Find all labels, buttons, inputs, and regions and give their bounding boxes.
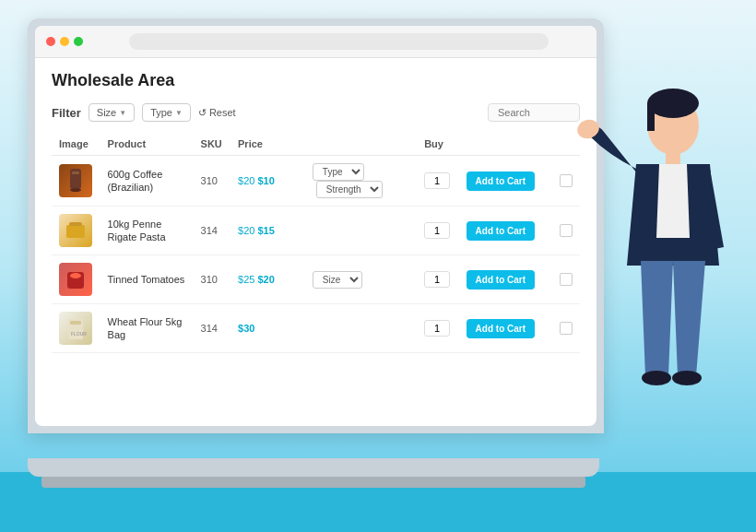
product-name: 600g Coffee (Brazilian) [108, 169, 163, 193]
address-bar [129, 33, 549, 50]
col-header-options [305, 133, 417, 156]
quantity-input[interactable] [424, 222, 450, 239]
reset-label: Reset [209, 107, 236, 118]
cart-cell: Add to Cart [459, 207, 552, 255]
svg-rect-12 [647, 103, 655, 131]
product-name-cell: Tinned Tomatoes [100, 255, 194, 304]
size-select[interactable]: Size [313, 271, 362, 289]
sku-value: 314 [201, 225, 218, 236]
person-svg [553, 81, 738, 478]
quantity-input[interactable] [424, 320, 450, 337]
quantity-input[interactable] [424, 271, 450, 288]
qty-cell [417, 255, 458, 304]
qty-cell [417, 156, 458, 207]
add-to-cart-button[interactable]: Add to Cart [467, 319, 535, 338]
coffee-icon [65, 167, 87, 195]
flour-icon: FLOUR [63, 315, 89, 341]
product-image-cell [52, 156, 100, 207]
col-header-sku: SKU [194, 133, 230, 156]
page-title: Wholesale Area [52, 71, 580, 90]
svg-point-16 [672, 371, 702, 385]
reset-button[interactable]: ↺ Reset [198, 107, 236, 119]
product-name: 10kg Penne Rigate Pasta [108, 219, 166, 242]
price-old: $25 [238, 274, 257, 285]
reset-icon: ↺ [198, 107, 207, 119]
product-image-flour: FLOUR [59, 312, 92, 345]
product-name-cell: Wheat Flour 5kg Bag [100, 304, 194, 353]
product-image-tomatoes [59, 263, 92, 296]
cart-cell: Add to Cart [459, 156, 552, 207]
type-chevron-icon: ▼ [175, 109, 183, 117]
product-name-cell: 10kg Penne Rigate Pasta [100, 207, 194, 255]
dot-red[interactable] [46, 37, 55, 46]
type-filter-label: Type [150, 107, 172, 118]
svg-rect-3 [66, 225, 85, 238]
dot-yellow[interactable] [60, 37, 69, 46]
options-cell [305, 207, 417, 255]
type-select[interactable]: Type [313, 163, 364, 181]
quantity-input[interactable] [424, 172, 450, 189]
col-header-product: Product [100, 133, 194, 156]
sku-cell: 314 [194, 207, 230, 255]
price-cell: $25 $20 [230, 255, 305, 304]
person-figure [553, 81, 738, 481]
svg-text:FLOUR: FLOUR [71, 331, 87, 337]
laptop-inner: Wholesale Area Filter Size ▼ Type ▼ ↺ Re… [35, 26, 597, 426]
col-header-price: Price [230, 133, 305, 156]
sku-value: 314 [201, 323, 218, 334]
page-content: Wholesale Area Filter Size ▼ Type ▼ ↺ Re… [35, 58, 597, 426]
table-row: Tinned Tomatoes 310 $25 $20 Size [52, 255, 580, 304]
options-cell: Type Strength [305, 156, 417, 207]
size-filter-button[interactable]: Size ▼ [89, 103, 135, 122]
table-row: FLOUR Wheat Flour 5kg Bag 314 $30 [52, 304, 580, 353]
size-chevron-icon: ▼ [119, 109, 126, 117]
tomatoes-icon [63, 266, 89, 292]
sku-value: 310 [201, 274, 218, 285]
price-new: $30 [238, 323, 254, 334]
price-old: $20 [238, 175, 257, 186]
product-image-cell [52, 255, 100, 304]
strength-select[interactable]: Strength [316, 181, 383, 198]
svg-rect-13 [666, 151, 680, 166]
table-row: 600g Coffee (Brazilian) 310 $20 $10 Type [52, 156, 580, 207]
col-header-cart [459, 133, 552, 156]
size-filter-label: Size [97, 107, 116, 118]
svg-rect-8 [70, 321, 81, 325]
sku-cell: 310 [194, 156, 230, 207]
filter-label: Filter [52, 106, 81, 120]
price-cell: $30 [230, 304, 305, 353]
product-image-cell [52, 207, 100, 255]
svg-rect-4 [69, 222, 82, 226]
add-to-cart-button[interactable]: Add to Cart [467, 270, 535, 290]
pasta-icon [63, 218, 89, 243]
svg-point-11 [647, 89, 699, 118]
title-bar [35, 26, 597, 58]
qty-cell [417, 304, 458, 353]
options-cell: Size [305, 255, 417, 304]
laptop-base-shadow [41, 475, 585, 488]
sku-cell: 314 [194, 304, 230, 353]
product-image-pasta [59, 214, 92, 247]
dot-green[interactable] [74, 37, 83, 46]
qty-cell [417, 207, 458, 255]
price-cell: $20 $10 [230, 156, 305, 207]
product-name: Tinned Tomatoes [108, 274, 185, 285]
product-image-coffee [59, 164, 92, 197]
add-to-cart-button[interactable]: Add to Cart [467, 221, 535, 241]
type-filter-button[interactable]: Type ▼ [142, 103, 191, 122]
product-name: Wheat Flour 5kg Bag [108, 316, 183, 340]
laptop-screen: Wholesale Area Filter Size ▼ Type ▼ ↺ Re… [28, 18, 604, 433]
price-cell: $20 $15 [230, 207, 305, 255]
table-row: 10kg Penne Rigate Pasta 314 $20 $15 [52, 207, 580, 255]
add-to-cart-button[interactable]: Add to Cart [467, 171, 535, 191]
col-header-image: Image [52, 133, 100, 156]
product-image-cell: FLOUR [52, 304, 100, 353]
sku-cell: 310 [194, 255, 230, 304]
svg-point-6 [70, 273, 81, 278]
cart-cell: Add to Cart [459, 304, 552, 353]
price-old: $20 [238, 225, 257, 236]
filter-bar: Filter Size ▼ Type ▼ ↺ Reset [52, 103, 580, 122]
svg-rect-1 [72, 171, 79, 174]
window-dots [46, 37, 83, 46]
sku-value: 310 [201, 175, 218, 186]
